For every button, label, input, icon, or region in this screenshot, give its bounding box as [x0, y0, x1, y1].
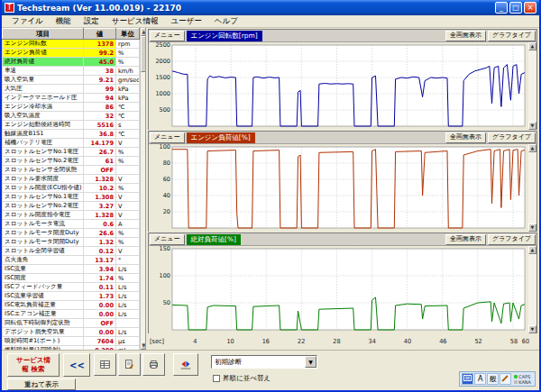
param-value: 3.94 [84, 265, 116, 274]
table-row[interactable]: 点火進角13.17° [3, 256, 140, 265]
ime-conversion-mode[interactable]: 般 [487, 373, 499, 385]
param-value: 1378 [84, 40, 116, 49]
param-unit: V [116, 247, 140, 256]
table-row[interactable]: ISC開度1.74% [3, 274, 140, 283]
table-row[interactable]: スロットルセンサNo.1電圧1.308V [3, 193, 140, 202]
chart-plot: 20406080100 [149, 144, 528, 232]
keyboard-icon[interactable] [462, 373, 473, 385]
scroll-down-icon[interactable]: ▼ [528, 223, 536, 232]
table-row[interactable]: スロットルモータ閉開Duty1.32% [3, 238, 140, 247]
sort-ascending-checkbox[interactable] [213, 375, 220, 382]
table-row[interactable]: 回転低下時制御判定状態OFF [3, 319, 140, 328]
chart-scrollbar[interactable]: ▲▼ [528, 144, 536, 232]
table-row[interactable]: デポジット損失空気量0.00L/s [3, 328, 140, 337]
svg-text:4: 4 [193, 338, 197, 345]
param-value: 3.27 [84, 202, 116, 211]
table-row[interactable]: スロットルセンサ全閉状態OFF [3, 166, 140, 175]
param-value: 1.74 [84, 274, 116, 283]
scroll-up-icon[interactable]: ▲ [528, 144, 536, 152]
param-unit: km/h [116, 67, 140, 76]
chart-menu-button[interactable]: メニュー [150, 234, 185, 245]
table-row[interactable]: スロットルセンサNo.1電圧26.7% [3, 148, 140, 157]
overlay-display-button[interactable]: 重ねて表示 [7, 378, 76, 390]
snapshot-button[interactable] [173, 353, 198, 376]
record-list-button[interactable] [94, 353, 116, 376]
menu-item[interactable]: 設定 [78, 15, 105, 28]
table-row[interactable]: スロットル開度(ECU指令値)10.2% [3, 184, 140, 193]
table-row[interactable]: スロットル全閉学習値0.12V [3, 247, 140, 256]
param-name: ISCエアコン補正量 [3, 310, 84, 319]
table-row[interactable]: スロットル開度指令電圧1.328V [3, 211, 140, 220]
table-row[interactable]: ISC流量3.94L/s [3, 265, 140, 274]
diagnosis-mode-dropdown[interactable]: 初期診断 ▼ [211, 355, 317, 369]
ime-input-mode[interactable]: A [474, 373, 486, 385]
table-row[interactable]: インテークマニホールド圧94kPa [3, 94, 140, 103]
scroll-up-icon[interactable]: ▲ [528, 246, 536, 254]
menu-item[interactable]: 機能 [50, 15, 78, 28]
param-unit: V [116, 211, 140, 220]
table-scrollbar[interactable]: ▲ ▼ [140, 28, 146, 350]
scroll-down-icon[interactable]: ▼ [528, 122, 536, 130]
svg-text:50: 50 [163, 299, 170, 306]
graph-type-button[interactable]: グラフタイプ [488, 132, 536, 143]
table-row[interactable]: ISCフィードバック量0.11L/s [3, 283, 140, 292]
param-name: スロットルセンサNo.1電圧 [3, 193, 84, 202]
param-value: 5516 [84, 121, 116, 130]
table-row[interactable]: 車速38km/h [3, 67, 140, 76]
table-row[interactable]: スロットルモータ開度Duty26.6% [3, 229, 140, 238]
table-row[interactable]: 吸入空気温度32℃ [3, 112, 140, 121]
chart-menu-button[interactable]: メニュー [150, 31, 185, 41]
fullscreen-button[interactable]: 全画面表示 [445, 31, 486, 41]
service-info-search-button[interactable]: サービス情報 検索 [7, 353, 60, 377]
fullscreen-button[interactable]: 全画面表示 [445, 132, 486, 143]
svg-text:28: 28 [333, 338, 340, 345]
scroll-up-icon[interactable]: ▲ [528, 42, 536, 50]
graph-type-button[interactable]: グラフタイプ [488, 31, 536, 41]
table-row[interactable]: スロットルモータ電流0.6A [3, 220, 140, 229]
table-row[interactable]: 大気圧99kPa [3, 85, 140, 94]
menu-item[interactable]: ユーザー [164, 15, 207, 28]
param-name: スロットルセンサ全閉状態 [3, 166, 84, 175]
chart-scrollbar[interactable]: ▲▼ [528, 42, 536, 130]
param-name: 吸入空気量 [3, 76, 84, 85]
table-row[interactable]: 補機バッテリ電圧14.179V [3, 139, 140, 148]
back-button[interactable]: << [63, 353, 90, 377]
chart-scrollbar[interactable]: ▲▼ [528, 246, 536, 333]
table-row[interactable]: スロットルセンサNo.2電圧61% [3, 157, 140, 166]
table-row[interactable]: 噴射時間#1(ポート)7604μs [3, 337, 140, 346]
svg-text:80: 80 [163, 160, 170, 167]
param-unit: ℃ [116, 112, 140, 121]
table-row[interactable]: 吸入空気量9.21gm/sec [3, 76, 140, 85]
table-row[interactable]: ISCエアコン補正量0.00L/s [3, 310, 140, 319]
table-row[interactable]: スロットル要求開度1.328V [3, 175, 140, 184]
graph-type-button[interactable]: グラフタイプ [488, 234, 536, 245]
param-unit: A [116, 220, 140, 229]
table-row[interactable]: エンジン始動後経過時間5516s [3, 121, 140, 130]
menu-item[interactable]: ファイル [5, 15, 50, 28]
sort-checkbox-label: 昇順に並べ替え [223, 374, 270, 383]
print-button[interactable] [142, 353, 165, 376]
table-row[interactable]: ISC流量学習値1.73L/s [3, 292, 140, 301]
chart-plot: 5001000150020002500 [149, 42, 528, 130]
chevron-down-icon[interactable]: ▼ [305, 356, 316, 368]
minimize-button[interactable]: _ [495, 2, 508, 14]
table-row[interactable]: エンジン冷却水温86℃ [3, 103, 140, 112]
param-unit: gm/sec [116, 76, 140, 85]
ime-pen-icon[interactable] [500, 373, 511, 385]
scroll-down-icon[interactable]: ▼ [528, 325, 536, 333]
table-row[interactable]: エンジン回転数1378rpm [3, 40, 140, 49]
table-row[interactable]: エンジン負荷値99.2% [3, 49, 140, 58]
svg-text:22: 22 [298, 338, 305, 345]
chart-menu-button[interactable]: メニュー [150, 132, 185, 143]
table-header-row: 項目 値 単位 [3, 29, 140, 40]
table-row[interactable]: 絶対負荷値45.0% [3, 58, 140, 67]
table-row[interactable]: 触媒温度B1S136.8℃ [3, 130, 140, 139]
table-row[interactable]: ISC電気負荷補正量0.00L/s [3, 301, 140, 310]
maximize-button[interactable]: □ [509, 2, 522, 14]
menu-item[interactable]: ヘルプ [208, 15, 244, 28]
menu-item[interactable]: サービス情報 [105, 15, 165, 28]
table-row[interactable]: スロットルセンサNo.2電圧3.27V [3, 202, 140, 211]
fullscreen-button[interactable]: 全画面表示 [445, 234, 486, 245]
edit-note-button[interactable] [118, 353, 141, 376]
close-button[interactable]: × [524, 2, 536, 14]
